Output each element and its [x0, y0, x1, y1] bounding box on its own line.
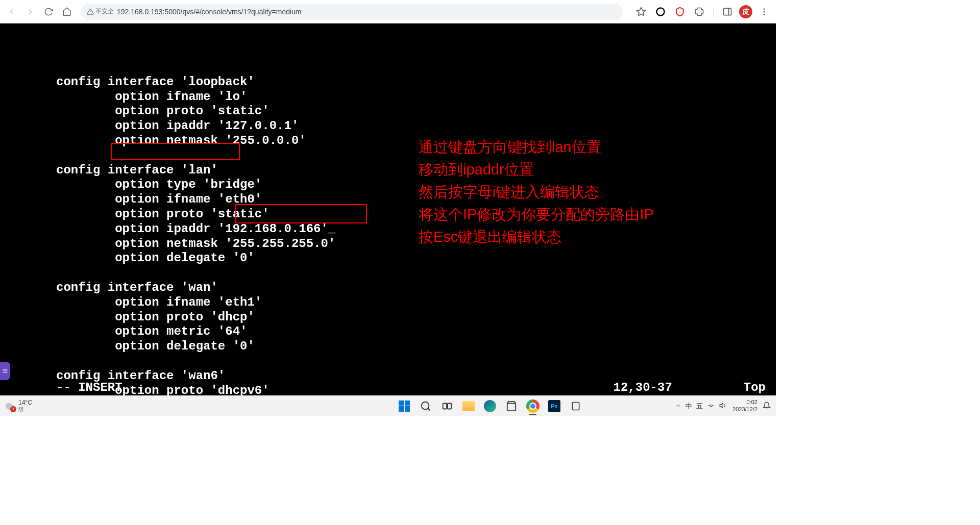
toolbar-divider [713, 7, 714, 17]
extensions-button[interactable] [692, 4, 707, 19]
task-view-button[interactable] [437, 396, 457, 416]
file-explorer-button[interactable] [459, 396, 478, 416]
cfg-lan-type: option type 'bridge' [56, 178, 262, 191]
search-button[interactable] [416, 396, 435, 416]
vi-status-line: -- INSERT -- 12,30-37 Top [56, 381, 766, 394]
cfg-loopback-ipaddr: option ipaddr '127.0.0.1' [56, 119, 299, 133]
weather-icon: 1 [5, 401, 15, 411]
browser-toolbar: 不安全 192.168.0.193:5000/qvs/#/console/vms… [0, 0, 776, 23]
store-button[interactable] [502, 396, 521, 416]
clock[interactable]: 0:02 2023/12/2 [732, 399, 757, 412]
svg-rect-17 [572, 402, 579, 410]
chrome-icon [526, 399, 540, 413]
cfg-lan-delegate: option delegate '0' [56, 251, 255, 265]
page-content: config interface 'loopback' option ifnam… [0, 23, 776, 395]
svg-point-8 [764, 13, 765, 15]
photoshop-icon: Ps [548, 400, 560, 412]
svg-marker-2 [637, 7, 646, 15]
ime-method[interactable]: 五 [696, 402, 703, 411]
edge-icon [484, 400, 496, 412]
cfg-lan-ifname: option ifname 'eth0' [56, 192, 262, 206]
edge-button[interactable] [480, 396, 500, 416]
tray-chevron[interactable] [675, 403, 681, 410]
forward-button[interactable] [22, 4, 38, 19]
svg-point-3 [657, 8, 665, 15]
cfg-wan-proto: option proto 'dhcp' [56, 310, 255, 324]
security-badge: 不安全 [87, 7, 114, 16]
annotation-line-3: 然后按字母i键进入编辑状态 [419, 181, 654, 203]
vi-scroll-pos: Top [744, 381, 766, 394]
chrome-button[interactable] [523, 396, 543, 416]
windows-taskbar: 1 14°C 阴 Ps [0, 395, 776, 416]
annotation-line-4: 将这个IP修改为你要分配的旁路由IP [419, 203, 654, 226]
wifi-icon[interactable] [707, 402, 715, 411]
home-button[interactable] [59, 4, 75, 19]
photoshop-button[interactable]: Ps [545, 396, 564, 416]
vi-cursor-pos: 12,30-37 [614, 381, 672, 394]
weather-desc: 阴 [18, 406, 32, 413]
annotation-line-1: 通过键盘方向键找到lan位置 [419, 136, 654, 158]
cfg-wan-header: config interface 'wan' [56, 281, 218, 294]
cfg-loopback-proto: option proto 'static' [56, 104, 270, 118]
folder-icon [462, 401, 475, 411]
cfg-lan-ipaddr: option ipaddr '192.168.0.166'_ [56, 222, 335, 236]
cfg-loopback-netmask: option netmask '255.0.0.0' [56, 134, 306, 147]
cfg-wan-metric: option metric '64' [56, 324, 247, 338]
back-button[interactable] [4, 4, 19, 19]
terminal-output[interactable]: config interface 'loopback' option ifnam… [56, 60, 335, 395]
cfg-lan-header: config interface 'lan' [56, 163, 218, 177]
reload-button[interactable] [41, 4, 56, 19]
system-tray: 中 五 0:02 2023/12/2 [675, 399, 771, 412]
cfg-lan-netmask: option netmask '255.255.255.0' [56, 237, 335, 251]
volume-icon[interactable] [719, 402, 727, 411]
time-text: 0:02 [732, 399, 757, 406]
svg-rect-14 [443, 403, 447, 409]
app-button[interactable] [566, 396, 585, 416]
svg-line-13 [428, 408, 430, 410]
start-button[interactable] [395, 396, 414, 416]
bookmark-button[interactable] [633, 4, 649, 19]
svg-rect-15 [448, 403, 451, 409]
notifications-icon[interactable] [763, 402, 771, 411]
cfg-wan-ifname: option ifname 'eth1' [56, 295, 262, 309]
annotation-line-2: 移动到ipaddr位置 [419, 158, 654, 181]
weather-widget[interactable]: 1 14°C 阴 [5, 399, 32, 413]
address-bar[interactable]: 不安全 192.168.0.193:5000/qvs/#/console/vms… [81, 4, 623, 20]
weather-notify-badge: 1 [10, 406, 16, 412]
windows-logo-icon [399, 401, 410, 412]
date-text: 2023/12/2 [732, 406, 757, 413]
ime-lang[interactable]: 中 [685, 402, 692, 411]
security-label: 不安全 [95, 7, 114, 16]
svg-point-6 [764, 8, 765, 10]
svg-point-7 [764, 11, 765, 12]
taskbar-center: Ps [395, 396, 585, 416]
url-text: 192.168.0.193:5000/qvs/#/console/vms/1?q… [117, 8, 302, 16]
instruction-annotations: 通过键盘方向键找到lan位置 移动到ipaddr位置 然后按字母i键进入编辑状态… [419, 136, 654, 248]
vi-mode: -- INSERT -- [56, 381, 144, 394]
cfg-loopback-header: config interface 'loopback' [56, 75, 255, 89]
ublock-icon[interactable] [672, 4, 688, 19]
svg-point-12 [422, 402, 429, 409]
svg-marker-19 [720, 403, 723, 408]
opera-icon[interactable] [653, 4, 668, 19]
annotation-line-5: 按Esc键退出编辑状态 [419, 226, 654, 248]
sidepanel-button[interactable] [720, 4, 735, 19]
weather-temp: 14°C [18, 399, 32, 406]
cfg-lan-proto: option proto 'static' [56, 207, 270, 221]
cfg-loopback-ifname: option ifname 'lo' [56, 90, 247, 104]
profile-avatar[interactable]: 皮 [739, 5, 752, 18]
menu-button[interactable] [756, 4, 772, 19]
side-panel-tab[interactable] [0, 362, 10, 380]
active-indicator [529, 414, 536, 415]
cfg-wan-delegate: option delegate '0' [56, 339, 255, 353]
svg-rect-4 [724, 8, 731, 15]
